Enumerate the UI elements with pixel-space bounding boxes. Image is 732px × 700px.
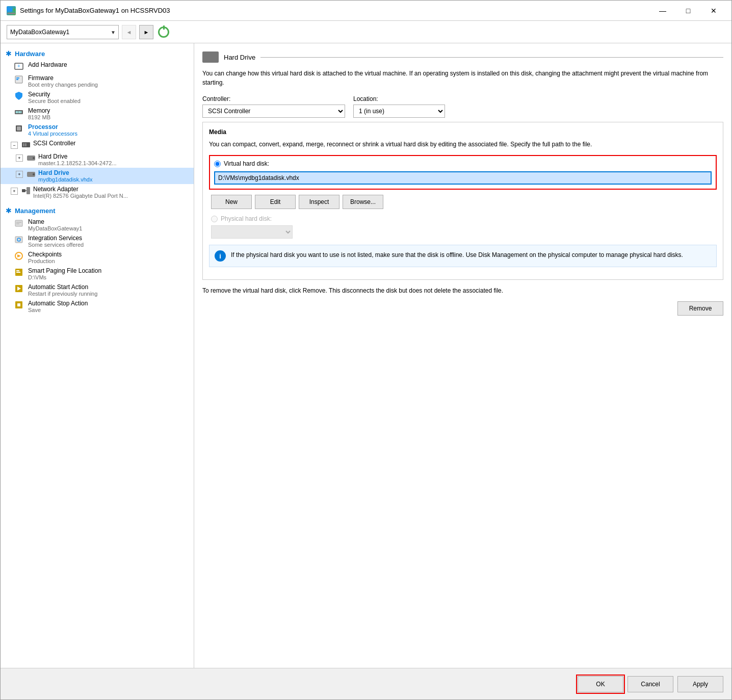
controller-label: Controller: bbox=[202, 95, 345, 102]
info-box: i If the physical hard disk you want to … bbox=[209, 245, 717, 267]
bottom-bar: OK Cancel Apply bbox=[1, 668, 731, 699]
hd1-text: Hard Drive master.1.2.18252.1-304-2472..… bbox=[38, 153, 117, 166]
sidebar-item-smart-paging[interactable]: Smart Paging File Location D:\VMs bbox=[1, 266, 194, 282]
network-expand-btn[interactable]: + bbox=[11, 188, 18, 195]
sidebar-item-checkpoints[interactable]: Checkpoints Production bbox=[1, 249, 194, 266]
security-icon bbox=[14, 91, 24, 101]
scsi-icon bbox=[21, 140, 31, 150]
svg-rect-23 bbox=[27, 187, 30, 194]
autostart-icon bbox=[14, 283, 24, 294]
memory-icon bbox=[14, 107, 24, 117]
svg-rect-38 bbox=[17, 303, 20, 306]
close-button[interactable]: ✕ bbox=[702, 3, 725, 19]
browse-button[interactable]: Browse... bbox=[343, 195, 383, 209]
integration-label: Integration Services bbox=[28, 235, 84, 242]
management-expand-icon: ✱ bbox=[6, 206, 12, 215]
sidebar-item-memory[interactable]: Memory 8192 MB bbox=[1, 106, 194, 122]
scsi-label: SCSI Controller bbox=[33, 140, 75, 147]
sidebar-item-add-hardware[interactable]: + Add Hardware bbox=[1, 60, 194, 73]
sidebar-item-hd2[interactable]: + Hard Drive mydbg1datadisk.vhdx bbox=[1, 168, 194, 184]
processor-label: Processor bbox=[28, 123, 77, 131]
svg-rect-22 bbox=[22, 189, 25, 192]
auto-stop-sublabel: Save bbox=[28, 307, 88, 313]
hardware-section-header[interactable]: ✱ Hardware bbox=[1, 47, 194, 60]
controller-field-group: Controller: SCSI Controller bbox=[202, 95, 345, 118]
remove-button[interactable]: Remove bbox=[677, 301, 723, 316]
vhd-radio-label[interactable]: Virtual hard disk: bbox=[224, 160, 269, 167]
security-sublabel: Secure Boot enabled bbox=[28, 98, 81, 104]
edit-button[interactable]: Edit bbox=[255, 195, 296, 209]
svg-rect-14 bbox=[17, 126, 21, 131]
scsi-collapse-btn[interactable]: − bbox=[11, 142, 18, 149]
back-button[interactable]: ◄ bbox=[122, 25, 136, 39]
location-select[interactable]: 1 (in use) bbox=[353, 105, 445, 118]
management-label: Management bbox=[15, 207, 55, 215]
remove-description: To remove the virtual hard disk, click R… bbox=[202, 286, 723, 295]
power-icon bbox=[158, 27, 169, 38]
svg-rect-2 bbox=[7, 13, 15, 14]
hd2-expand-btn[interactable]: + bbox=[16, 171, 23, 178]
hd2-sublabel: mydbg1datadisk.vhdx bbox=[38, 176, 92, 183]
vhd-section: Virtual hard disk: bbox=[209, 155, 717, 190]
inspect-button[interactable]: Inspect bbox=[299, 195, 339, 209]
sidebar-item-name[interactable]: Name MyDataBoxGateway1 bbox=[1, 217, 194, 233]
svg-rect-6 bbox=[16, 77, 19, 79]
sidebar-item-auto-stop[interactable]: Automatic Stop Action Save bbox=[1, 298, 194, 315]
hd2-text: Hard Drive mydbg1datadisk.vhdx bbox=[38, 169, 92, 183]
svg-rect-12 bbox=[20, 111, 21, 113]
app-icon bbox=[7, 6, 16, 15]
svg-point-21 bbox=[33, 173, 35, 175]
hd1-expand-btn[interactable]: + bbox=[16, 154, 23, 162]
sidebar-item-hd1[interactable]: + Hard Drive master.1.2.18252.1-304-2472… bbox=[1, 151, 194, 168]
power-button[interactable] bbox=[156, 25, 171, 39]
scsi-text: SCSI Controller bbox=[33, 140, 75, 147]
minimize-button[interactable]: — bbox=[651, 3, 674, 19]
vhd-radio[interactable] bbox=[214, 161, 221, 167]
sidebar-item-processor[interactable]: Processor 4 Virtual processors bbox=[1, 122, 194, 138]
action-buttons: New Edit Inspect Browse... bbox=[209, 195, 717, 209]
sidebar-item-security[interactable]: Security Secure Boot enabled bbox=[1, 89, 194, 106]
checkpoints-label: Checkpoints bbox=[28, 251, 62, 258]
panel-title-row: Hard Drive bbox=[202, 51, 723, 63]
apply-button[interactable]: Apply bbox=[677, 676, 723, 692]
memory-text: Memory 8192 MB bbox=[28, 107, 50, 120]
vm-dropdown-wrapper: MyDataBoxGateway1 ▼ bbox=[7, 25, 119, 39]
sidebar-item-auto-start[interactable]: Automatic Start Action Restart if previo… bbox=[1, 282, 194, 298]
sidebar-item-scsi[interactable]: − SCSI Controller bbox=[1, 138, 194, 151]
name-text: Name MyDataBoxGateway1 bbox=[28, 218, 82, 231]
checkpoints-sublabel: Production bbox=[28, 258, 62, 264]
svg-rect-33 bbox=[16, 270, 19, 271]
title-bar-left: Settings for MyDataBoxGateway1 on HCSSRV… bbox=[7, 6, 170, 15]
svg-rect-11 bbox=[19, 111, 20, 113]
auto-stop-text: Automatic Stop Action Save bbox=[28, 300, 88, 313]
controller-select[interactable]: SCSI Controller bbox=[202, 105, 345, 118]
sidebar-item-integration[interactable]: Integration Services Some services offer… bbox=[1, 233, 194, 249]
cancel-button[interactable]: Cancel bbox=[628, 676, 673, 692]
phd-radio[interactable] bbox=[211, 216, 218, 222]
maximize-button[interactable]: □ bbox=[676, 3, 700, 19]
forward-button[interactable]: ► bbox=[139, 25, 153, 39]
phd-section: Physical hard disk: bbox=[209, 215, 717, 239]
hd2-icon bbox=[26, 169, 36, 179]
sidebar-item-firmware[interactable]: Firmware Boot entry changes pending bbox=[1, 73, 194, 89]
svg-rect-7 bbox=[16, 79, 18, 80]
sidebar-item-network[interactable]: + Network Adapter Intel(R) 82576 Gigabyt… bbox=[1, 184, 194, 200]
svg-rect-17 bbox=[25, 143, 27, 146]
svg-rect-16 bbox=[23, 143, 24, 146]
hardware-expand-icon: ✱ bbox=[6, 49, 12, 58]
integration-text: Integration Services Some services offer… bbox=[28, 235, 84, 248]
management-section-header[interactable]: ✱ Management bbox=[1, 204, 194, 217]
network-expand-icon[interactable]: + bbox=[11, 187, 19, 195]
add-hardware-icon: + bbox=[14, 61, 24, 71]
location-dropdown-wrapper: 1 (in use) bbox=[353, 105, 445, 118]
vhd-radio-row: Virtual hard disk: bbox=[214, 160, 712, 167]
vm-select[interactable]: MyDataBoxGateway1 bbox=[7, 25, 119, 39]
network-sublabel: Intel(R) 82576 Gigabyte Dual Port N... bbox=[33, 193, 128, 199]
vhd-path-input[interactable] bbox=[214, 171, 712, 185]
scsi-expand-icon[interactable]: − bbox=[11, 141, 19, 149]
firmware-label: Firmware bbox=[28, 74, 98, 82]
phd-radio-label: Physical hard disk: bbox=[221, 215, 272, 222]
ok-button[interactable]: OK bbox=[578, 676, 623, 692]
new-button[interactable]: New bbox=[211, 195, 252, 209]
security-text: Security Secure Boot enabled bbox=[28, 91, 81, 104]
